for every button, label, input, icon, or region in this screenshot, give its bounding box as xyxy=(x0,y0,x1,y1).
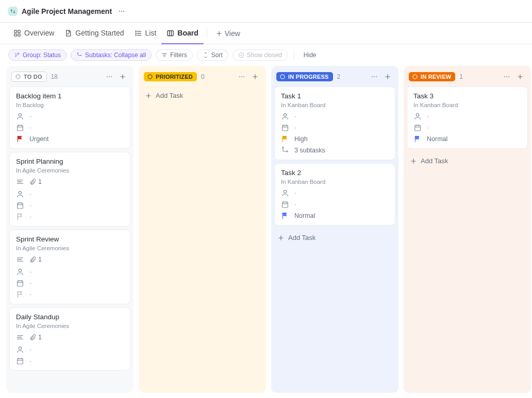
column-header: IN PROGRESS 2 xyxy=(271,66,398,86)
tab-label: Overview xyxy=(24,29,54,37)
assignee-icon xyxy=(281,189,289,197)
add-task-button[interactable]: Add Task xyxy=(139,86,266,105)
card-title: Backlog item 1 xyxy=(16,92,124,100)
add-task-label: Add Task xyxy=(288,234,315,241)
assignee-icon xyxy=(413,112,422,120)
date-value: - xyxy=(294,201,296,208)
add-task-button[interactable]: Add Task xyxy=(404,152,531,170)
add-view-button[interactable]: View xyxy=(210,26,245,41)
card-title: Task 3 xyxy=(413,92,521,100)
svg-point-7 xyxy=(135,31,136,31)
group-by-pill[interactable]: Group: Status xyxy=(8,49,66,61)
svg-point-17 xyxy=(109,76,110,77)
svg-point-9 xyxy=(135,34,136,35)
add-task-icon-button[interactable] xyxy=(382,71,393,82)
add-task-icon-button[interactable] xyxy=(117,71,128,82)
column-header: IN REVIEW 1 xyxy=(404,66,531,86)
description-icon xyxy=(16,178,24,186)
flag-icon xyxy=(281,135,289,143)
column-cards: Task 3 In Kanban Board - - Normal xyxy=(404,86,531,152)
priority-value: - xyxy=(29,213,31,220)
flag-icon xyxy=(16,135,24,143)
svg-point-2 xyxy=(123,11,124,12)
status-chip-todo[interactable]: TO DO xyxy=(11,72,47,82)
svg-rect-36 xyxy=(282,125,288,131)
board-toolbar: Group: Status Subtasks: Collapse all Fil… xyxy=(0,44,532,66)
status-chip-in-review[interactable]: IN REVIEW xyxy=(409,72,455,81)
page-options-button[interactable] xyxy=(116,6,127,17)
status-chip-prioritized[interactable]: PRIORITIZED xyxy=(144,72,197,81)
date-icon xyxy=(281,124,289,132)
date-value: - xyxy=(29,280,31,287)
divider xyxy=(207,28,207,39)
status-label: IN REVIEW xyxy=(421,74,451,80)
task-card[interactable]: Task 1 In Kanban Board - - High 3 subtas… xyxy=(274,86,395,160)
svg-point-32 xyxy=(372,76,373,77)
column-options-button[interactable] xyxy=(501,71,512,82)
date-icon xyxy=(16,124,24,132)
svg-point-13 xyxy=(80,55,81,56)
column-cards: Task 1 In Kanban Board - - High 3 subtas… xyxy=(271,86,398,229)
subtasks-icon xyxy=(281,146,289,154)
column-options-button[interactable] xyxy=(104,71,115,82)
tab-list[interactable]: List xyxy=(129,23,162,44)
column-count: 2 xyxy=(337,73,341,80)
date-icon xyxy=(16,279,24,287)
page-header: Agile Project Management xyxy=(0,0,532,23)
assignee-value: - xyxy=(294,189,296,197)
assignee-icon xyxy=(281,112,289,120)
hide-toolbar-button[interactable]: Hide xyxy=(301,50,320,60)
card-location: In Backlog xyxy=(16,102,124,108)
assignee-value: - xyxy=(427,113,429,120)
task-card[interactable]: Task 2 In Kanban Board - - Normal xyxy=(274,163,395,226)
card-location: In Agile Ceremonies xyxy=(16,245,124,251)
task-card[interactable]: Backlog item 1 In Backlog - - Urgent xyxy=(9,86,130,149)
task-card[interactable]: Task 3 In Kanban Board - - Normal xyxy=(407,86,528,149)
flag-icon xyxy=(281,212,289,220)
status-chip-in-progress[interactable]: IN PROGRESS xyxy=(276,72,333,81)
tab-getting-started[interactable]: Getting Started xyxy=(59,23,129,44)
column-cards: Backlog item 1 In Backlog - - Urgent Spr… xyxy=(6,86,134,374)
pill-label: Subtasks: Collapse all xyxy=(85,51,146,59)
filters-pill[interactable]: Filters xyxy=(156,49,193,61)
svg-point-39 xyxy=(284,191,286,193)
task-card[interactable]: Sprint Planning In Agile Ceremonies 1 - … xyxy=(9,152,130,227)
svg-point-1 xyxy=(121,11,122,12)
add-task-icon-button[interactable] xyxy=(514,71,526,82)
tab-overview[interactable]: Overview xyxy=(8,23,59,44)
svg-point-38 xyxy=(287,151,288,152)
column-options-button[interactable] xyxy=(236,71,247,82)
svg-rect-11 xyxy=(18,53,20,55)
card-title: Sprint Review xyxy=(16,235,124,243)
task-card[interactable]: Sprint Review In Agile Ceremonies 1 - - xyxy=(9,230,130,304)
svg-point-42 xyxy=(504,76,505,77)
assignee-value: - xyxy=(29,346,31,353)
flag-icon xyxy=(413,135,422,143)
add-task-icon-button[interactable] xyxy=(250,71,261,82)
column-header: PRIORITIZED 0 xyxy=(139,66,266,86)
sort-pill[interactable]: Sort xyxy=(197,49,228,61)
tab-board[interactable]: Board xyxy=(161,23,203,44)
card-location: In Agile Ceremonies xyxy=(16,167,124,174)
page-title[interactable]: Agile Project Management xyxy=(22,7,112,15)
priority-value: Urgent xyxy=(29,135,49,143)
add-task-button[interactable]: Add Task xyxy=(271,229,398,247)
column-options-button[interactable] xyxy=(369,71,380,82)
card-title: Daily Standup xyxy=(16,313,124,321)
svg-rect-5 xyxy=(14,33,16,36)
svg-point-28 xyxy=(239,76,240,77)
description-icon xyxy=(16,255,24,264)
svg-rect-24 xyxy=(18,281,23,286)
date-value: - xyxy=(29,124,31,131)
status-label: PRIORITIZED xyxy=(156,74,193,80)
card-location: In Kanban Board xyxy=(281,102,389,108)
svg-point-30 xyxy=(243,76,244,77)
subtasks-pill[interactable]: Subtasks: Collapse all xyxy=(71,49,152,61)
svg-rect-6 xyxy=(18,33,20,36)
add-view-label: View xyxy=(225,29,240,38)
task-card[interactable]: Daily Standup In Agile Ceremonies 1 - - xyxy=(9,307,130,371)
svg-point-16 xyxy=(107,76,108,77)
show-closed-pill[interactable]: Show closed xyxy=(232,49,288,61)
pill-label: Group: Status xyxy=(23,51,61,59)
svg-point-44 xyxy=(508,76,509,77)
